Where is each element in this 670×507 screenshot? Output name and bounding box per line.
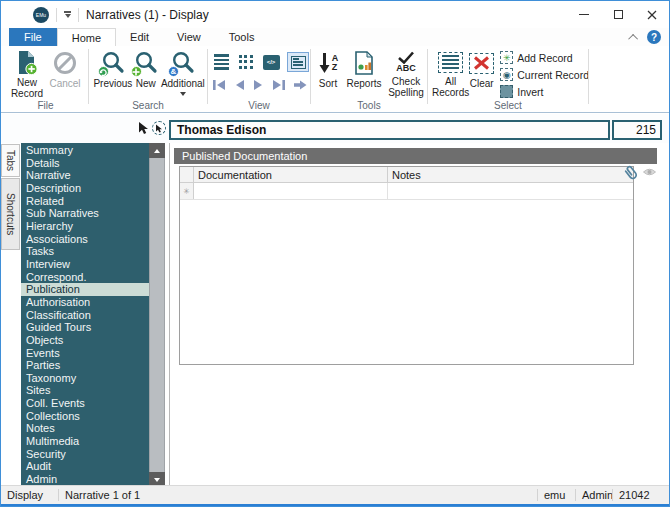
status-number: 21042 — [613, 486, 669, 504]
grid-view-button[interactable] — [237, 54, 255, 70]
sidebar-item[interactable]: Narrative — [21, 169, 149, 182]
sidebar-item[interactable]: Associations — [21, 233, 149, 246]
sidebar-scrollbar[interactable] — [149, 143, 165, 487]
sidebar-item[interactable]: Admin — [21, 473, 149, 486]
status-mode: Display — [1, 486, 58, 504]
sidebar-item[interactable]: Objects — [21, 334, 149, 347]
first-record-button[interactable] — [212, 78, 227, 92]
tab-file[interactable]: File — [9, 28, 57, 46]
scrollbar-thumb[interactable] — [149, 158, 165, 472]
sidebar-item[interactable]: Related — [21, 195, 149, 208]
sidebar-item[interactable]: Details — [21, 157, 149, 170]
current-record-button[interactable]: ◉ Current Record — [500, 67, 589, 82]
clear-selection-button[interactable]: Clear — [469, 46, 494, 98]
scroll-up-button[interactable] — [149, 143, 165, 158]
sidebar-item[interactable]: Audit — [21, 460, 149, 473]
sidebar-item[interactable]: Notes — [21, 422, 149, 435]
scroll-up-icon — [154, 149, 160, 153]
group-label-view: View — [208, 100, 310, 111]
sidebar-item[interactable]: Summary — [21, 144, 149, 157]
search-new-button[interactable]: New — [133, 46, 159, 98]
sidebar-item[interactable]: Coll. Events — [21, 397, 149, 410]
select-region-button[interactable] — [152, 121, 166, 135]
sidebar-item[interactable]: Sites — [21, 384, 149, 397]
minimize-button[interactable] — [567, 1, 601, 28]
attachment-icon[interactable] — [622, 163, 639, 182]
record-number-field[interactable]: 215 — [612, 120, 662, 140]
group-label-file: File — [3, 100, 88, 111]
documentation-table[interactable]: Documentation Notes ✳ — [179, 166, 634, 365]
tab-view[interactable]: View — [163, 28, 215, 46]
emu-logo-icon[interactable]: EMu — [33, 7, 49, 23]
table-row[interactable]: ✳ — [180, 183, 633, 200]
divider — [78, 8, 79, 22]
sidebar-item[interactable]: Description — [21, 182, 149, 195]
view-attachment-eye-icon[interactable] — [642, 166, 657, 182]
pointer-tool-button[interactable] — [136, 121, 150, 135]
sidebar-item[interactable]: Taxonomy — [21, 372, 149, 385]
maximize-button[interactable] — [601, 1, 635, 28]
sidebar-item[interactable]: Sub Narratives — [21, 207, 149, 220]
next-record-button[interactable] — [252, 78, 265, 92]
goto-record-button[interactable] — [292, 78, 308, 92]
all-records-icon — [438, 49, 463, 75]
code-view-button[interactable]: </> — [262, 54, 280, 70]
sidebar-item[interactable]: Hierarchy — [21, 220, 149, 233]
invert-selection-button[interactable]: Invert — [500, 84, 589, 99]
sort-icon: AZ — [318, 49, 339, 77]
notes-cell[interactable] — [388, 183, 633, 199]
previous-record-button[interactable] — [233, 78, 246, 92]
tab-tools[interactable]: Tools — [215, 28, 269, 46]
list-view-button[interactable] — [212, 54, 230, 70]
main-panel: Published Documentation Documentation No… — [169, 143, 663, 487]
sidebar-item[interactable]: Correspond. — [21, 271, 149, 284]
tab-home[interactable]: Home — [57, 28, 116, 46]
new-record-icon — [14, 49, 40, 76]
sidebar-item[interactable]: Classification — [21, 309, 149, 322]
side-tab-shortcuts[interactable]: Shortcuts — [1, 178, 20, 250]
details-view-button[interactable] — [287, 52, 309, 72]
ribbon: New Record Cancel File — [1, 46, 669, 113]
sidebar-item[interactable]: Multimedia — [21, 435, 149, 448]
group-label-search: Search — [89, 100, 207, 111]
side-tab-tabs[interactable]: Tabs — [1, 144, 20, 177]
column-header-documentation[interactable]: Documentation — [194, 167, 388, 182]
tab-edit[interactable]: Edit — [116, 28, 163, 46]
search-previous-button[interactable]: Previous — [93, 46, 133, 98]
invert-selection-icon — [500, 85, 513, 98]
quick-access-dropdown-icon[interactable] — [64, 11, 71, 18]
additional-dropdown-icon — [180, 92, 186, 96]
sidebar-item[interactable]: Publication — [21, 283, 149, 296]
sidebar-item[interactable]: Parties — [21, 359, 149, 372]
cancel-button[interactable]: Cancel — [47, 46, 83, 98]
sidebar-item[interactable]: Collections — [21, 410, 149, 423]
help-icon[interactable]: ? — [647, 30, 661, 44]
last-record-button[interactable] — [271, 78, 286, 92]
record-title-field[interactable]: Thomas Edison — [169, 120, 610, 140]
tab-list: SummaryDetailsNarrativeDescriptionRelate… — [21, 143, 149, 487]
section-header: Published Documentation — [174, 148, 657, 164]
sidebar-item[interactable]: Tasks — [21, 245, 149, 258]
search-new-icon — [133, 49, 159, 77]
check-spelling-button[interactable]: ABC Check Spelling — [385, 46, 427, 98]
sidebar-item[interactable]: Guided Tours — [21, 321, 149, 334]
collapse-ribbon-icon[interactable] — [628, 33, 638, 43]
emu-logo-text: EMu — [36, 12, 46, 18]
add-record-button[interactable]: ✳ Add Record — [500, 50, 589, 65]
sidebar-item[interactable]: Authorisation — [21, 296, 149, 309]
sidebar-item[interactable]: Interview — [21, 258, 149, 271]
sidebar-item[interactable]: Security — [21, 448, 149, 461]
ribbon-group-search: Previous New — [89, 46, 207, 112]
reports-button[interactable]: Reports — [343, 46, 385, 98]
status-database: emu — [538, 486, 575, 504]
new-record-button[interactable]: New Record — [7, 46, 47, 98]
status-record-position: Narrative 1 of 1 — [59, 486, 146, 504]
list-view-icon — [214, 54, 229, 70]
close-button[interactable] — [635, 1, 669, 28]
all-records-button[interactable]: All Records — [432, 46, 469, 98]
search-additional-button[interactable]: & Additional — [159, 46, 207, 98]
sort-button[interactable]: AZ Sort — [313, 46, 343, 98]
sidebar-item[interactable]: Events — [21, 347, 149, 360]
documentation-cell[interactable] — [194, 183, 388, 199]
column-header-notes[interactable]: Notes — [388, 167, 633, 182]
